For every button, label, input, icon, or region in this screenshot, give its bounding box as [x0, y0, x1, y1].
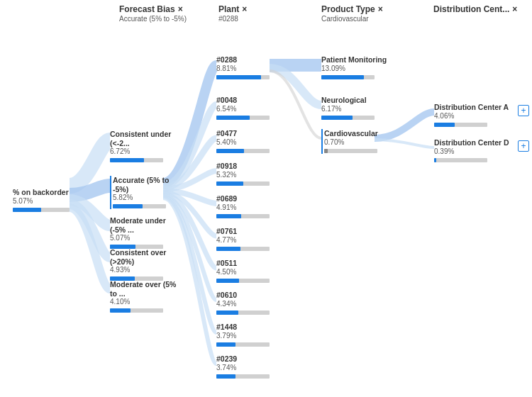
forecast-bias-sub: Accurate (5% to -5%) [119, 15, 187, 23]
plant-title: Plant × [218, 4, 247, 14]
forecast-moderate-under[interactable]: Moderate under (-5% ... 5.07% [110, 216, 177, 250]
forecast-moderate-over[interactable]: Moderate over (5% to ... 4.10% [110, 280, 177, 313]
product-type-close[interactable]: × [378, 4, 383, 14]
sankey-container: Forecast Bias × Accurate (5% to -5%) Pla… [0, 0, 532, 397]
dist-center-title: Distribution Cent... × [433, 4, 517, 14]
plant-0689[interactable]: #0689 4.91% [216, 194, 280, 219]
dist-center-d-plus[interactable]: + [518, 140, 529, 152]
forecast-bias-close[interactable]: × [178, 4, 183, 14]
plant-1448[interactable]: #1448 3.79% [216, 323, 280, 347]
plant-0239[interactable]: #0239 3.74% [216, 354, 280, 379]
product-neurological[interactable]: Neurological 6.17% [321, 96, 392, 121]
dist-center-close[interactable]: × [512, 4, 517, 14]
dist-center-d[interactable]: Distribution Center D 0.39% [434, 138, 516, 163]
plant-0048[interactable]: #0048 6.54% [216, 96, 280, 121]
dist-center-a[interactable]: Distribution Center A 4.06% [434, 103, 516, 128]
plant-0288[interactable]: #0288 8.81% [216, 55, 280, 80]
product-type-title: Product Type × [321, 4, 383, 14]
forecast-consistent-over[interactable]: Consistent over (>20%) 4.93% [110, 248, 177, 281]
forecast-accurate[interactable]: Accurate (5% to -5%) 5.82% [110, 176, 177, 209]
forecast-bias-title: Forecast Bias × [119, 4, 187, 14]
plant-0477[interactable]: #0477 5.40% [216, 129, 280, 154]
forecast-consistent-under[interactable]: Consistent under (<-2... 6.72% [110, 130, 177, 163]
dist-center-a-plus[interactable]: + [518, 105, 529, 116]
plant-0918[interactable]: #0918 5.32% [216, 162, 280, 186]
plant-sub: #0288 [218, 15, 247, 23]
product-type-sub: Cardiovascular [321, 15, 383, 23]
product-patient-monitoring[interactable]: Patient Monitoring 13.09% [321, 55, 392, 80]
product-cardiovascular[interactable]: Cardiovascular 0.70% [321, 129, 392, 154]
product-type-header: Product Type × Cardiovascular [321, 4, 383, 23]
plant-0761[interactable]: #0761 4.77% [216, 227, 280, 252]
plant-0610[interactable]: #0610 4.34% [216, 291, 280, 315]
plant-0511[interactable]: #0511 4.50% [216, 259, 280, 284]
dist-center-header: Distribution Cent... × [433, 4, 517, 14]
root-node[interactable]: % on backorder 5.07% [13, 188, 77, 213]
forecast-bias-header: Forecast Bias × Accurate (5% to -5%) [119, 4, 187, 23]
plant-close[interactable]: × [242, 4, 247, 14]
plant-header: Plant × #0288 [218, 4, 247, 23]
